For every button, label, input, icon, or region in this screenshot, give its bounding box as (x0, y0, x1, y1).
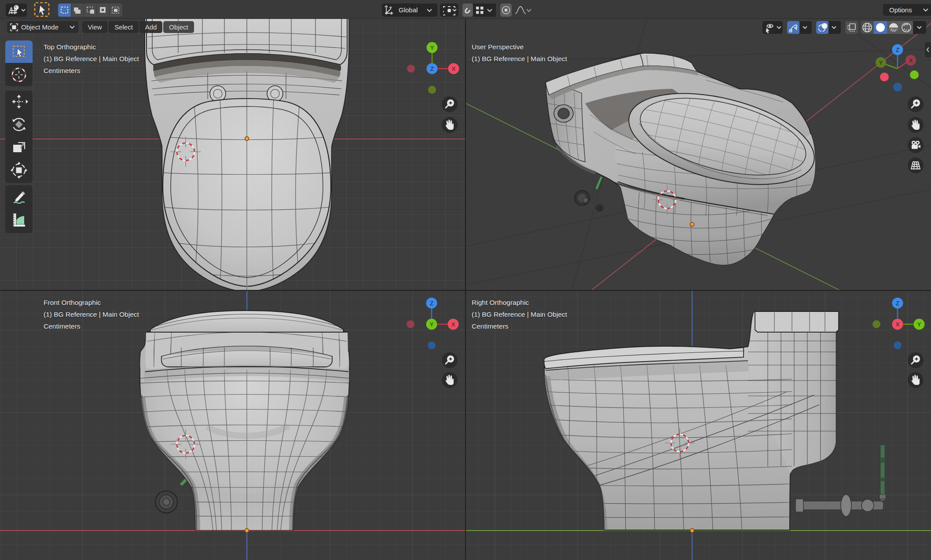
svg-text:X: X (909, 57, 913, 64)
svg-text:X: X (896, 321, 900, 328)
svg-text:Z: Z (430, 300, 433, 307)
svg-text:Y: Y (430, 321, 434, 328)
svg-text:Z: Z (896, 300, 899, 307)
svg-text:Z: Z (430, 66, 434, 72)
svg-text:X: X (452, 66, 456, 72)
svg-text:Y: Y (879, 59, 883, 66)
svg-text:X: X (451, 321, 455, 328)
svg-text:Y: Y (430, 44, 434, 51)
svg-text:Y: Y (917, 321, 921, 328)
svg-text:Z: Z (896, 47, 899, 53)
